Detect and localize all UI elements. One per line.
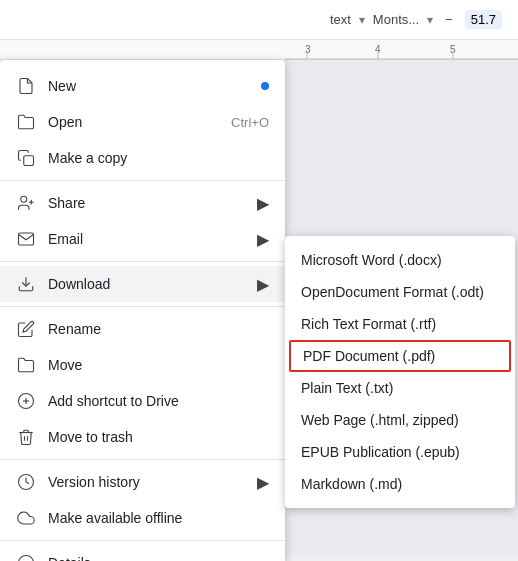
menu-item-email[interactable]: Email ▶ — [0, 221, 285, 257]
svg-rect-7 — [24, 156, 34, 166]
svg-point-8 — [21, 196, 27, 202]
menu-item-rename[interactable]: Rename — [0, 311, 285, 347]
rtf-label: Rich Text Format (.rtf) — [301, 316, 436, 332]
open-label: Open — [48, 114, 215, 130]
toolbar: text ▾ Monts... ▾ − 51.7 — [0, 0, 518, 40]
minus-icon: − — [445, 12, 453, 27]
menu-item-share[interactable]: Share ▶ — [0, 185, 285, 221]
html-label: Web Page (.html, zipped) — [301, 412, 459, 428]
move-icon — [16, 355, 36, 375]
submenu-pdf[interactable]: PDF Document (.pdf) — [289, 340, 511, 372]
ruler-svg: 3 4 5 — [285, 40, 518, 60]
font-label: text — [330, 12, 351, 27]
new-doc-icon — [16, 76, 36, 96]
open-icon — [16, 112, 36, 132]
pdf-label: PDF Document (.pdf) — [303, 348, 435, 364]
menu-item-copy[interactable]: Make a copy — [0, 140, 285, 176]
submenu-html[interactable]: Web Page (.html, zipped) — [285, 404, 515, 436]
add-shortcut-icon — [16, 391, 36, 411]
epub-label: EPUB Publication (.epub) — [301, 444, 460, 460]
menu-item-version-history[interactable]: Version history ▶ — [0, 464, 285, 500]
email-icon — [16, 229, 36, 249]
odt-label: OpenDocument Format (.odt) — [301, 284, 484, 300]
word-label: Microsoft Word (.docx) — [301, 252, 442, 268]
email-arrow: ▶ — [257, 230, 269, 249]
md-label: Markdown (.md) — [301, 476, 402, 492]
trash-icon — [16, 427, 36, 447]
details-icon — [16, 553, 36, 561]
details-label: Details — [48, 555, 269, 561]
share-arrow: ▶ — [257, 194, 269, 213]
version-history-label: Version history — [48, 474, 249, 490]
move-label: Move — [48, 357, 269, 373]
font-chevron-icon: ▾ — [427, 13, 433, 27]
chevron-icon: ▾ — [359, 13, 365, 27]
svg-point-16 — [19, 556, 34, 562]
svg-text:3: 3 — [305, 44, 311, 55]
menu-item-trash[interactable]: Move to trash — [0, 419, 285, 455]
copy-label: Make a copy — [48, 150, 269, 166]
download-icon — [16, 274, 36, 294]
submenu-epub[interactable]: EPUB Publication (.epub) — [285, 436, 515, 468]
font-name: Monts... — [373, 12, 419, 27]
divider-2 — [0, 261, 285, 262]
menu-item-offline[interactable]: Make available offline — [0, 500, 285, 536]
share-label: Share — [48, 195, 249, 211]
new-label: New — [48, 78, 253, 94]
menu-item-download[interactable]: Download ▶ — [0, 266, 285, 302]
submenu-word[interactable]: Microsoft Word (.docx) — [285, 244, 515, 276]
submenu-odt[interactable]: OpenDocument Format (.odt) — [285, 276, 515, 308]
rename-icon — [16, 319, 36, 339]
menu-item-new[interactable]: New — [0, 68, 285, 104]
divider-1 — [0, 180, 285, 181]
txt-label: Plain Text (.txt) — [301, 380, 393, 396]
download-submenu: Microsoft Word (.docx) OpenDocument Form… — [285, 236, 515, 508]
ruler: 3 4 5 — [0, 40, 518, 60]
email-label: Email — [48, 231, 249, 247]
divider-4 — [0, 459, 285, 460]
share-icon — [16, 193, 36, 213]
submenu-txt[interactable]: Plain Text (.txt) — [285, 372, 515, 404]
main-area: New Open Ctrl+O Make a copy — [0, 60, 518, 557]
trash-label: Move to trash — [48, 429, 269, 445]
submenu-md[interactable]: Markdown (.md) — [285, 468, 515, 500]
version-history-icon — [16, 472, 36, 492]
copy-icon — [16, 148, 36, 168]
font-size: 51.7 — [465, 10, 502, 29]
rename-label: Rename — [48, 321, 269, 337]
context-menu: New Open Ctrl+O Make a copy — [0, 60, 285, 561]
download-label: Download — [48, 276, 249, 292]
version-history-arrow: ▶ — [257, 473, 269, 492]
toolbar-content: text ▾ Monts... ▾ − 51.7 — [8, 10, 510, 29]
menu-item-add-shortcut[interactable]: Add shortcut to Drive — [0, 383, 285, 419]
divider-5 — [0, 540, 285, 541]
new-badge — [261, 82, 269, 90]
submenu-rtf[interactable]: Rich Text Format (.rtf) — [285, 308, 515, 340]
offline-icon — [16, 508, 36, 528]
download-arrow: ▶ — [257, 275, 269, 294]
add-shortcut-label: Add shortcut to Drive — [48, 393, 269, 409]
menu-item-details[interactable]: Details — [0, 545, 285, 561]
offline-label: Make available offline — [48, 510, 269, 526]
menu-item-open[interactable]: Open Ctrl+O — [0, 104, 285, 140]
divider-3 — [0, 306, 285, 307]
open-shortcut: Ctrl+O — [231, 115, 269, 130]
menu-item-move[interactable]: Move — [0, 347, 285, 383]
